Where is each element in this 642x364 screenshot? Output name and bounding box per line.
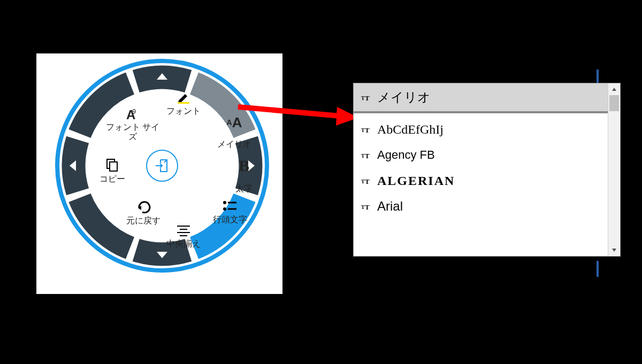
font-item-label: メイリオ	[377, 89, 431, 106]
font-item[interactable]: TT ALGERIAN	[354, 168, 608, 193]
font-dropdown[interactable]: TT メイリオ TT AbCdEfGhIj TT Agency FB TT AL…	[353, 83, 621, 257]
tool-bold[interactable]: B 太字	[225, 158, 263, 194]
svg-point-7	[223, 207, 226, 211]
arrow-icon	[235, 94, 358, 136]
scroll-thumb[interactable]	[609, 95, 619, 111]
truetype-icon: TT	[361, 173, 371, 188]
font-item[interactable]: TT Arial	[354, 193, 608, 219]
svg-text:T: T	[365, 177, 370, 185]
svg-text:T: T	[365, 152, 370, 159]
svg-text:T: T	[361, 153, 365, 159]
tool-font-label: フォント	[166, 106, 201, 115]
font-item-label: ALGERIAN	[377, 174, 455, 188]
truetype-icon: TT	[361, 148, 371, 162]
svg-rect-4	[110, 162, 117, 171]
dropdown-separator	[354, 112, 608, 113]
font-item[interactable]: TT Agency FB	[354, 142, 608, 168]
copy-icon	[94, 158, 131, 173]
undo-icon	[114, 200, 173, 215]
font-item-selected[interactable]: TT メイリオ	[354, 83, 608, 112]
tool-bullets-label: 行頭文字	[213, 215, 247, 224]
bold-icon: B	[225, 158, 263, 174]
bullets-icon	[201, 200, 259, 214]
font-size-icon: A9	[126, 109, 139, 121]
svg-text:T: T	[365, 126, 370, 134]
svg-rect-2	[178, 102, 189, 104]
svg-marker-25	[612, 88, 616, 91]
svg-text:T: T	[365, 203, 370, 211]
scrollbar[interactable]	[608, 83, 620, 256]
svg-text:T: T	[361, 179, 365, 184]
tool-font-family-label: メイリオ	[217, 140, 251, 149]
scroll-down-button[interactable]	[608, 244, 620, 256]
font-item-label: AbCdEfGhIj	[377, 122, 444, 137]
svg-point-5	[223, 201, 226, 204]
truetype-icon: TT	[361, 199, 371, 214]
tool-copy-label: コピー	[100, 174, 125, 183]
tool-font-size[interactable]: A9 フォント サイズ	[103, 109, 162, 142]
tool-bullets[interactable]: 行頭文字	[201, 200, 259, 225]
highlighter-icon	[159, 91, 208, 105]
chevron-up-icon	[612, 87, 617, 92]
svg-text:T: T	[361, 204, 365, 210]
font-item-label: Arial	[377, 199, 403, 214]
truetype-icon: TT	[361, 122, 371, 137]
tool-copy[interactable]: コピー	[94, 158, 131, 184]
radial-menu-panel: フォント A9 フォント サイズ AA メイリオ コピー B 太字	[36, 53, 282, 294]
tool-align-center-label: 中央揃え	[166, 239, 201, 248]
radial-center-button[interactable]	[146, 150, 178, 182]
tool-undo-label: 元に戻す	[126, 216, 160, 225]
tool-bold-label: 太字	[235, 184, 253, 193]
svg-text:T: T	[361, 95, 365, 101]
ruler-mark	[597, 261, 599, 277]
tool-font-size-label: フォント サイズ	[106, 122, 159, 141]
truetype-icon: TT	[361, 90, 371, 105]
svg-marker-26	[612, 249, 616, 252]
align-center-icon	[157, 224, 210, 238]
svg-text:T: T	[361, 127, 365, 133]
font-item-label: Agency FB	[377, 148, 435, 162]
tool-align-center[interactable]: 中央揃え	[157, 224, 210, 249]
scroll-up-button[interactable]	[608, 83, 620, 95]
tool-font[interactable]: フォント	[159, 91, 208, 117]
insert-page-icon	[154, 158, 170, 174]
svg-text:T: T	[365, 94, 370, 102]
font-size-badge: 9	[132, 108, 136, 115]
tool-undo[interactable]: 元に戻す	[114, 200, 173, 226]
svg-line-13	[238, 107, 340, 116]
font-list[interactable]: TT メイリオ TT AbCdEfGhIj TT Agency FB TT AL…	[354, 83, 608, 256]
font-item[interactable]: TT AbCdEfGhIj	[354, 117, 608, 142]
radial-menu[interactable]: フォント A9 フォント サイズ AA メイリオ コピー B 太字	[55, 59, 269, 273]
chevron-down-icon	[612, 247, 617, 253]
